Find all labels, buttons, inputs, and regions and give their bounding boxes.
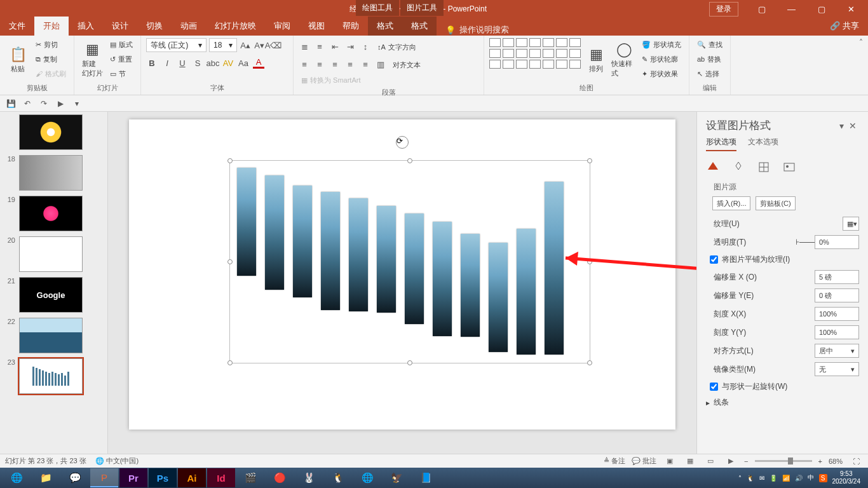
zoom-out-button[interactable]: − [744, 458, 748, 465]
tab-animations[interactable]: 动画 [172, 17, 206, 36]
zoom-level[interactable]: 68% [829, 458, 843, 465]
taskbar-chrome[interactable]: 🌐 [353, 468, 381, 487]
reset-button[interactable]: ↺重置 [107, 53, 135, 65]
resize-handle[interactable] [587, 158, 592, 163]
shape-options-tab[interactable]: 形状选项 [706, 137, 736, 151]
ribbon-options-icon[interactable]: ▢ [747, 0, 776, 18]
align-text-button[interactable]: 对齐文本 [390, 58, 423, 71]
find-button[interactable]: 🔍查找 [695, 38, 725, 51]
font-family-combo[interactable]: 等线 (正文) ▾ [146, 38, 207, 52]
save-button[interactable]: 💾 [5, 98, 17, 109]
thumb-18[interactable] [19, 155, 83, 191]
cut-button[interactable]: ✂剪切 [33, 38, 69, 51]
shape-fill-button[interactable]: 🪣形状填充 [639, 38, 684, 51]
clipboard-picture-button[interactable]: 剪贴板(C) [756, 196, 795, 210]
justify-button[interactable]: ≡ [344, 58, 356, 70]
bullets-button[interactable]: ≣ [299, 41, 310, 52]
thumb-23[interactable] [19, 358, 83, 394]
resize-handle[interactable] [407, 158, 412, 163]
quick-styles-button[interactable]: ◯快速样式 [611, 38, 637, 81]
taskbar-powerpoint[interactable]: P [90, 468, 118, 487]
bold-button[interactable]: B [146, 57, 158, 69]
system-tray[interactable]: ˄ 🐧 ✉ 🔋 📶 🔊 中 S 9:53 2020/3/24 [738, 470, 865, 485]
select-button[interactable]: ↖选择 [695, 67, 725, 80]
line-section-header[interactable]: ▸线条 [706, 397, 859, 408]
tab-slideshow[interactable]: 幻灯片放映 [206, 17, 265, 36]
start-from-beginning-button[interactable]: ▶ [55, 98, 66, 109]
tray-expand-icon[interactable]: ˄ [738, 475, 742, 482]
insert-picture-button[interactable]: 插入(R)... [712, 196, 750, 210]
clear-format-icon[interactable]: A⌫ [268, 39, 279, 51]
sorter-view-button[interactable]: ▦ [683, 456, 697, 467]
format-painter-button[interactable]: 🖌格式刷 [33, 67, 69, 80]
increase-font-icon[interactable]: A▴ [240, 39, 251, 51]
thumb-22[interactable] [19, 318, 83, 353]
redo-button[interactable]: ↷ [38, 98, 50, 109]
slide-thumbnails-panel[interactable]: 18 19 20 21Google 22 23 [0, 112, 108, 454]
paste-button[interactable]: 📋粘贴 [5, 38, 31, 81]
scale-x-input[interactable]: 100% [815, 307, 859, 321]
taskbar-premiere[interactable]: Pr [119, 468, 147, 487]
font-color-button[interactable]: A [253, 57, 264, 69]
tab-home[interactable]: 开始 [34, 17, 69, 36]
distribute-button[interactable]: ≡ [360, 58, 371, 70]
taskbar-app-9[interactable]: 🎬 [236, 468, 264, 487]
align-center-button[interactable]: ≡ [314, 58, 325, 70]
tab-transitions[interactable]: 切换 [137, 17, 172, 36]
resize-handle[interactable] [227, 360, 233, 365]
alignment-select[interactable]: 居中▾ [815, 344, 859, 358]
offset-y-input[interactable]: 0 磅 [815, 288, 859, 302]
tab-insert[interactable]: 插入 [69, 17, 103, 36]
tab-format-picture[interactable]: 格式 [402, 17, 437, 36]
tray-qq-icon[interactable]: 🐧 [747, 475, 754, 482]
transparency-input[interactable]: 0% [815, 235, 859, 249]
tab-design[interactable]: 设计 [103, 17, 137, 36]
tab-review[interactable]: 审阅 [265, 17, 299, 36]
collapse-ribbon-button[interactable]: ˄ [854, 36, 868, 95]
new-slide-button[interactable]: ▦新建 幻灯片 [79, 38, 105, 81]
strike-button[interactable]: S [192, 57, 203, 69]
resize-handle[interactable] [587, 259, 592, 264]
mirror-select[interactable]: 无▾ [815, 362, 859, 376]
decrease-font-icon[interactable]: A▾ [254, 39, 265, 51]
login-button[interactable]: 登录 [709, 2, 738, 17]
reading-view-button[interactable]: ▭ [703, 456, 717, 467]
tab-format-drawing[interactable]: 格式 [368, 17, 402, 36]
thumb-21[interactable]: Google [19, 277, 83, 313]
arrange-button[interactable]: ▦排列 [583, 38, 609, 81]
notes-button[interactable]: ≜ 备注 [604, 456, 625, 466]
tray-sogou-icon[interactable]: S [819, 474, 827, 482]
tray-ime-icon[interactable]: 中 [808, 473, 814, 482]
numbering-button[interactable]: ≡ [314, 41, 325, 52]
undo-button[interactable]: ↶ [22, 98, 33, 109]
comments-button[interactable]: 💬 批注 [632, 456, 656, 466]
thumb-17[interactable] [19, 114, 83, 150]
tray-wifi-icon[interactable]: 📶 [782, 475, 790, 482]
picture-tools-tab[interactable]: 图片工具 [400, 0, 444, 16]
slideshow-view-button[interactable]: ▶ [724, 456, 738, 467]
underline-button[interactable]: U [177, 57, 188, 69]
taskbar-indesign[interactable]: Id [207, 468, 235, 487]
offset-x-input[interactable]: 5 磅 [815, 270, 859, 284]
thumb-19[interactable] [19, 196, 83, 231]
fill-line-category-icon[interactable] [706, 160, 720, 174]
rotate-with-shape-checkbox[interactable] [710, 383, 718, 391]
taskbar-app-11[interactable]: 🐰 [295, 468, 323, 487]
shadow-button[interactable]: abc [207, 57, 219, 69]
text-direction-button[interactable]: ↕A文字方向 [375, 41, 419, 53]
pane-options-button[interactable]: ▾ [837, 121, 846, 131]
columns-button[interactable]: ▥ [375, 58, 386, 70]
thumb-20[interactable] [19, 236, 83, 272]
effects-category-icon[interactable] [731, 160, 745, 174]
tab-view[interactable]: 视图 [299, 17, 334, 36]
resize-handle[interactable] [227, 158, 233, 163]
text-options-tab[interactable]: 文本选项 [748, 137, 778, 151]
taskbar-photoshop[interactable]: Ps [149, 468, 177, 487]
decrease-indent-button[interactable]: ⇤ [329, 41, 341, 52]
scale-y-input[interactable]: 100% [815, 325, 859, 339]
tab-file[interactable]: 文件 [0, 17, 34, 36]
smartart-button[interactable]: ▦转换为 SmartArt [299, 74, 363, 86]
status-language[interactable]: 🌐 中文(中国) [95, 456, 139, 466]
qat-customize-button[interactable]: ▾ [71, 98, 83, 109]
slide[interactable]: ⟳ [129, 119, 675, 430]
